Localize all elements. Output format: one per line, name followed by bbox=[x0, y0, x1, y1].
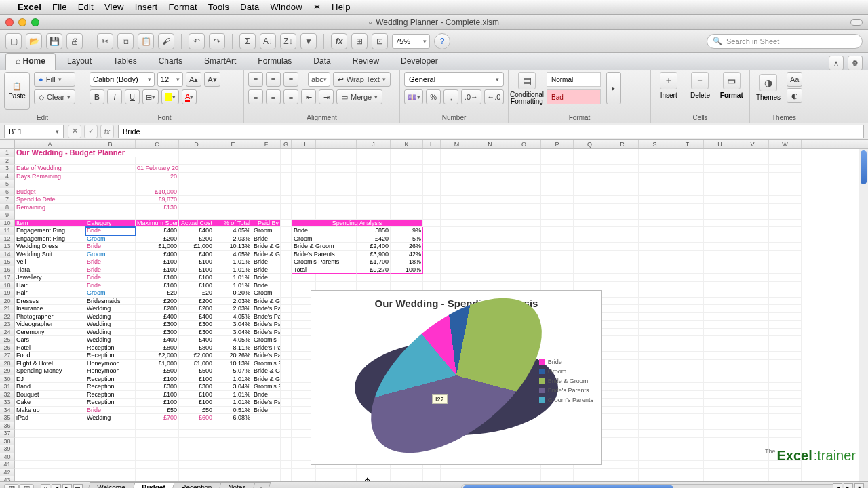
col-header-B[interactable]: B bbox=[85, 140, 136, 148]
align-left-button[interactable]: ≡ bbox=[248, 89, 263, 104]
col-header-D[interactable]: D bbox=[179, 140, 214, 148]
filter-button[interactable]: ▼ bbox=[300, 33, 317, 49]
cancel-formula-button[interactable]: ✕ bbox=[68, 125, 81, 138]
col-header-A[interactable]: A bbox=[15, 140, 85, 148]
align-right-button[interactable]: ≡ bbox=[283, 89, 298, 104]
new-button[interactable]: ▢ bbox=[5, 33, 22, 49]
column-headers[interactable]: ABCDEFGHIJKLMNOPQRSTUVW bbox=[0, 140, 868, 149]
ribbon-collapse-button[interactable]: ∧ bbox=[829, 56, 844, 70]
underline-button[interactable]: U bbox=[125, 89, 140, 104]
insert-cells-button[interactable]: ＋Insert bbox=[655, 72, 682, 99]
font-color-button[interactable]: A bbox=[182, 89, 197, 104]
tab-data[interactable]: Data bbox=[303, 53, 340, 70]
fx-button[interactable]: fx bbox=[331, 33, 347, 49]
menu-window[interactable]: Window bbox=[270, 2, 302, 12]
col-header-K[interactable]: K bbox=[391, 140, 423, 148]
minimize-window-button[interactable] bbox=[18, 18, 26, 26]
col-header-H[interactable]: H bbox=[292, 140, 316, 148]
menu-help[interactable]: Help bbox=[332, 2, 351, 12]
style-normal[interactable]: Normal bbox=[547, 72, 601, 87]
col-header-E[interactable]: E bbox=[214, 140, 252, 148]
print-button[interactable]: 🖨 bbox=[66, 33, 83, 49]
horizontal-scroll-thumb[interactable] bbox=[463, 485, 673, 488]
col-header-R[interactable]: R bbox=[606, 140, 639, 148]
align-middle-button[interactable]: ≡ bbox=[266, 72, 281, 87]
clear-button[interactable]: ◇Clear bbox=[34, 89, 75, 104]
paste-button[interactable]: 📋 bbox=[138, 33, 154, 49]
cut-button[interactable]: ✂ bbox=[97, 33, 113, 49]
search-sheet-input[interactable]: 🔍 Search in Sheet bbox=[707, 34, 863, 49]
tab-developer[interactable]: Developer bbox=[391, 53, 448, 70]
add-sheet-button[interactable]: ＋ bbox=[252, 482, 271, 488]
increase-font-button[interactable]: A▴ bbox=[186, 72, 201, 87]
col-header-O[interactable]: O bbox=[507, 140, 541, 148]
sort-asc-button[interactable]: A↓ bbox=[260, 33, 276, 49]
sheet-tab-notes[interactable]: Notes bbox=[217, 482, 256, 488]
sheet-first-button[interactable]: ⏮ bbox=[41, 484, 50, 489]
merge-button[interactable]: ▭Merge bbox=[336, 89, 382, 104]
col-header-G[interactable]: G bbox=[281, 140, 292, 148]
col-header-F[interactable]: F bbox=[252, 140, 281, 148]
col-header-I[interactable]: I bbox=[316, 140, 357, 148]
col-header-U[interactable]: U bbox=[704, 140, 736, 148]
menu-format[interactable]: Format bbox=[168, 2, 197, 12]
col-header-S[interactable]: S bbox=[639, 140, 671, 148]
sheet-tab-budget[interactable]: Budget bbox=[131, 482, 176, 488]
titlebar-button[interactable] bbox=[850, 19, 863, 26]
menu-insert[interactable]: Insert bbox=[135, 2, 158, 12]
sheet-prev-button[interactable]: ◀ bbox=[52, 484, 61, 489]
tab-charts[interactable]: Charts bbox=[149, 53, 193, 70]
decrease-decimal-button[interactable]: ←.0 bbox=[484, 89, 504, 104]
decrease-font-button[interactable]: A▾ bbox=[204, 72, 220, 87]
vertical-scrollbar[interactable] bbox=[859, 149, 868, 481]
zoom-select[interactable]: 75% bbox=[392, 34, 430, 49]
col-header-N[interactable]: N bbox=[473, 140, 507, 148]
format-cells-button[interactable]: ▭Format bbox=[718, 72, 745, 99]
menu-data[interactable]: Data bbox=[240, 2, 259, 12]
help-button[interactable]: ? bbox=[434, 33, 450, 49]
orientation-button[interactable]: abc bbox=[308, 72, 330, 87]
align-top-button[interactable]: ≡ bbox=[248, 72, 263, 87]
font-size-select[interactable]: 12 bbox=[157, 72, 183, 87]
tab-layout[interactable]: Layout bbox=[57, 53, 102, 70]
delete-cells-button[interactable]: －Delete bbox=[686, 72, 713, 99]
col-header-M[interactable]: M bbox=[441, 140, 473, 148]
tab-smartart[interactable]: SmartArt bbox=[194, 53, 246, 70]
comma-button[interactable]: , bbox=[443, 89, 458, 104]
page-layout-view-icon[interactable]: ▥ bbox=[19, 484, 34, 489]
tab-review[interactable]: Review bbox=[342, 53, 389, 70]
mac-menubar[interactable]: Excel File Edit View Insert Format Tools… bbox=[0, 0, 868, 15]
increase-decimal-button[interactable]: .0→ bbox=[461, 89, 481, 104]
script-icon[interactable]: ✶ bbox=[313, 2, 321, 12]
sheet-last-button[interactable]: ⏭ bbox=[73, 484, 83, 489]
percent-button[interactable]: % bbox=[426, 89, 441, 104]
normal-view-icon[interactable]: ▦ bbox=[4, 484, 19, 489]
fill-color-button[interactable] bbox=[161, 89, 179, 104]
align-bottom-button[interactable]: ≡ bbox=[283, 72, 298, 87]
conditional-formatting-button[interactable]: ▤ Conditional Formatting bbox=[513, 72, 541, 105]
bold-button[interactable]: B bbox=[90, 89, 104, 104]
zoom-window-button[interactable] bbox=[31, 18, 39, 26]
menu-edit[interactable]: Edit bbox=[78, 2, 94, 12]
menu-excel[interactable]: Excel bbox=[18, 2, 41, 12]
col-header-T[interactable]: T bbox=[671, 140, 704, 148]
vertical-scroll-thumb[interactable] bbox=[861, 150, 867, 184]
col-header-J[interactable]: J bbox=[357, 140, 391, 148]
theme-fonts-button[interactable]: ◐ bbox=[787, 88, 802, 103]
number-format-select[interactable]: General bbox=[404, 72, 504, 87]
formula-input[interactable]: Bride bbox=[118, 125, 864, 138]
col-header-C[interactable]: C bbox=[136, 140, 179, 148]
increase-indent-button[interactable]: ⇥ bbox=[319, 89, 334, 104]
menu-view[interactable]: View bbox=[104, 2, 124, 12]
chart-pie[interactable]: Our Wedding - Spending Analysis I27 Brid… bbox=[311, 290, 602, 465]
sheet-next-button[interactable]: ▶ bbox=[62, 484, 72, 489]
undo-button[interactable]: ↶ bbox=[189, 33, 205, 49]
sheet-tab-welcome[interactable]: Welcome bbox=[86, 482, 136, 488]
hscroll-split-button[interactable]: ▮ bbox=[854, 483, 864, 488]
col-header-Q[interactable]: Q bbox=[574, 140, 606, 148]
open-button[interactable]: 📂 bbox=[26, 33, 42, 49]
font-name-select[interactable]: Calibri (Body) bbox=[90, 72, 155, 87]
borders-button[interactable]: ⊞ bbox=[142, 89, 159, 104]
select-all-corner[interactable] bbox=[0, 140, 15, 148]
decrease-indent-button[interactable]: ⇤ bbox=[301, 89, 316, 104]
